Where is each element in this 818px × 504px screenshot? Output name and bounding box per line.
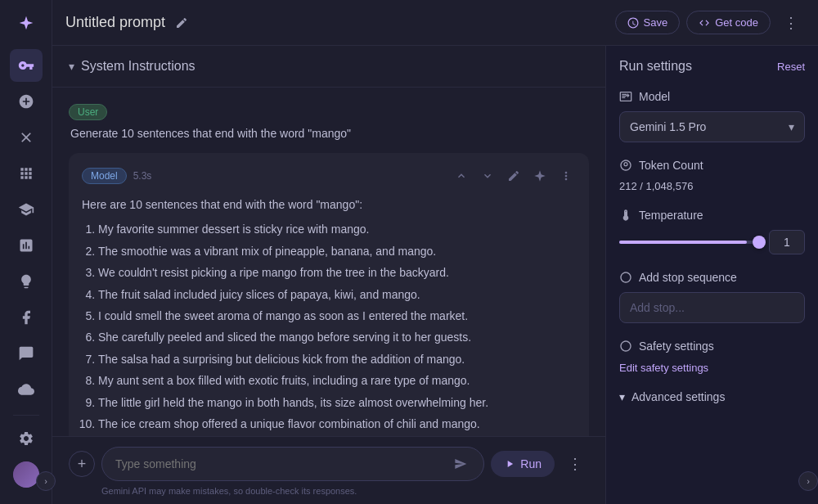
model-actions bbox=[452, 166, 576, 186]
right-panel-collapse-button[interactable]: › bbox=[798, 471, 818, 491]
chat-panel: ▾ System Instructions User Generate 10 s… bbox=[52, 46, 605, 504]
settings-icon[interactable] bbox=[10, 422, 43, 455]
page-title: Untitled prompt bbox=[65, 14, 165, 31]
sidebar-item-close[interactable] bbox=[10, 121, 43, 154]
temperature-setting: Temperature 1 bbox=[619, 209, 805, 254]
header: Untitled prompt Save Get code ⋮ bbox=[52, 0, 818, 46]
model-label: Model bbox=[619, 90, 805, 103]
stop-label: Add stop sequence bbox=[619, 271, 805, 284]
list-item: My aunt sent a box filled with exotic fr… bbox=[98, 371, 576, 389]
send-button[interactable] bbox=[451, 454, 470, 474]
save-button[interactable]: Save bbox=[615, 11, 681, 34]
model-time: 5.3s bbox=[133, 170, 152, 182]
temperature-value: 1 bbox=[769, 230, 805, 254]
get-code-button[interactable]: Get code bbox=[686, 11, 771, 34]
panel-header: Run settings Reset bbox=[619, 59, 805, 74]
input-row: + Run ⋮ bbox=[69, 447, 589, 481]
run-button[interactable]: Run bbox=[491, 451, 555, 477]
header-actions: Save Get code ⋮ bbox=[615, 11, 805, 35]
edit-response-button[interactable] bbox=[504, 166, 524, 186]
main-area: Untitled prompt Save Get code ⋮ bbox=[52, 0, 818, 504]
safety-link[interactable]: Edit safety settings bbox=[619, 362, 708, 374]
list-item: I could smell the sweet aroma of mango a… bbox=[98, 307, 576, 325]
list-item: The salsa had a surprising but delicious… bbox=[98, 350, 576, 368]
model-content: Here are 10 sentences that end with the … bbox=[82, 196, 576, 433]
temperature-slider-fill bbox=[619, 241, 747, 244]
sidebar-item-data[interactable] bbox=[10, 157, 43, 190]
list-item: The smoothie was a vibrant mix of pineap… bbox=[98, 242, 576, 260]
sidebar-collapse-button[interactable]: › bbox=[36, 471, 56, 491]
scroll-up-button[interactable] bbox=[452, 166, 471, 186]
sidebar-item-learn[interactable] bbox=[10, 193, 43, 226]
model-badge: Model bbox=[82, 168, 127, 184]
sentence-list: My favorite summer dessert is sticky ric… bbox=[82, 220, 576, 433]
sidebar-top-icons bbox=[10, 7, 43, 412]
sparkle-button[interactable] bbox=[530, 166, 550, 186]
scroll-down-button[interactable] bbox=[478, 166, 497, 186]
list-item: My favorite summer dessert is sticky ric… bbox=[98, 220, 576, 238]
input-more-button[interactable]: ⋮ bbox=[561, 452, 589, 476]
temperature-slider-track[interactable] bbox=[619, 241, 761, 244]
safety-label: Safety settings bbox=[619, 340, 805, 353]
content-split: ▾ System Instructions User Generate 10 s… bbox=[52, 46, 818, 504]
advanced-header[interactable]: ▾ Advanced settings bbox=[619, 390, 805, 403]
sidebar bbox=[0, 0, 52, 504]
app-logo[interactable] bbox=[10, 7, 43, 39]
advanced-chevron-icon: ▾ bbox=[619, 390, 625, 403]
temperature-slider-thumb[interactable] bbox=[753, 236, 766, 249]
header-title-group: Untitled prompt bbox=[65, 13, 615, 33]
header-more-button[interactable]: ⋮ bbox=[777, 11, 805, 35]
advanced-setting: ▾ Advanced settings bbox=[619, 390, 805, 403]
run-settings-panel: Run settings Reset Model Gemini 1.5 Pro … bbox=[605, 46, 818, 504]
temperature-slider-row: 1 bbox=[619, 230, 805, 254]
edit-title-button[interactable] bbox=[172, 13, 191, 33]
chat-input[interactable] bbox=[115, 457, 451, 470]
system-instructions-chevron[interactable]: ▾ bbox=[69, 60, 74, 73]
temperature-label: Temperature bbox=[619, 209, 805, 222]
list-item: The little girl held the mango in both h… bbox=[98, 394, 576, 412]
user-text: Generate 10 sentences that end with the … bbox=[69, 127, 589, 140]
token-label: Token Count bbox=[619, 159, 805, 172]
chat-input-area: + Run ⋮ Gemini API may make mistakes, so… bbox=[52, 436, 605, 504]
stop-sequence-setting: Add stop sequence bbox=[619, 271, 805, 323]
sidebar-item-analytics[interactable] bbox=[10, 229, 43, 262]
token-count-setting: Token Count 212 / 1,048,576 bbox=[619, 159, 805, 192]
system-instructions-header: ▾ System Instructions bbox=[52, 46, 605, 88]
stop-sequence-input[interactable] bbox=[619, 292, 805, 323]
model-message-header: Model 5.3s bbox=[82, 166, 576, 186]
response-more-button[interactable] bbox=[556, 166, 576, 186]
user-message: User Generate 10 sentences that end with… bbox=[69, 104, 589, 140]
system-instructions-title: System Instructions bbox=[81, 59, 196, 74]
sidebar-item-docs[interactable] bbox=[10, 301, 43, 334]
list-item: The ice cream shop offered a unique flav… bbox=[98, 415, 576, 433]
model-dropdown[interactable]: Gemini 1.5 Pro ▾ bbox=[619, 111, 805, 142]
chat-input-wrapper bbox=[101, 447, 484, 481]
list-item: The fruit salad included juicy slices of… bbox=[98, 286, 576, 304]
model-message: Model 5.3s bbox=[69, 153, 589, 436]
reset-button[interactable]: Reset bbox=[777, 61, 805, 73]
sidebar-item-chat[interactable] bbox=[10, 337, 43, 370]
chat-messages: User Generate 10 sentences that end with… bbox=[52, 88, 605, 436]
sidebar-item-cloud[interactable] bbox=[10, 373, 43, 406]
panel-title: Run settings bbox=[619, 59, 692, 74]
add-turn-button[interactable]: + bbox=[69, 451, 95, 477]
sidebar-item-add[interactable] bbox=[10, 85, 43, 118]
model-setting: Model Gemini 1.5 Pro ▾ bbox=[619, 90, 805, 142]
safety-setting: Safety settings Edit safety settings bbox=[619, 340, 805, 374]
token-value: 212 / 1,048,576 bbox=[619, 180, 805, 192]
user-badge: User bbox=[69, 104, 107, 120]
model-intro: Here are 10 sentences that end with the … bbox=[82, 196, 576, 214]
disclaimer: Gemini API may make mistakes, so double-… bbox=[69, 481, 589, 497]
sidebar-item-api[interactable] bbox=[10, 49, 43, 82]
list-item: She carefully peeled and sliced the mang… bbox=[98, 328, 576, 346]
list-item: We couldn't resist picking a ripe mango … bbox=[98, 263, 576, 281]
sidebar-item-ideas[interactable] bbox=[10, 265, 43, 298]
dropdown-arrow-icon: ▾ bbox=[789, 120, 794, 133]
